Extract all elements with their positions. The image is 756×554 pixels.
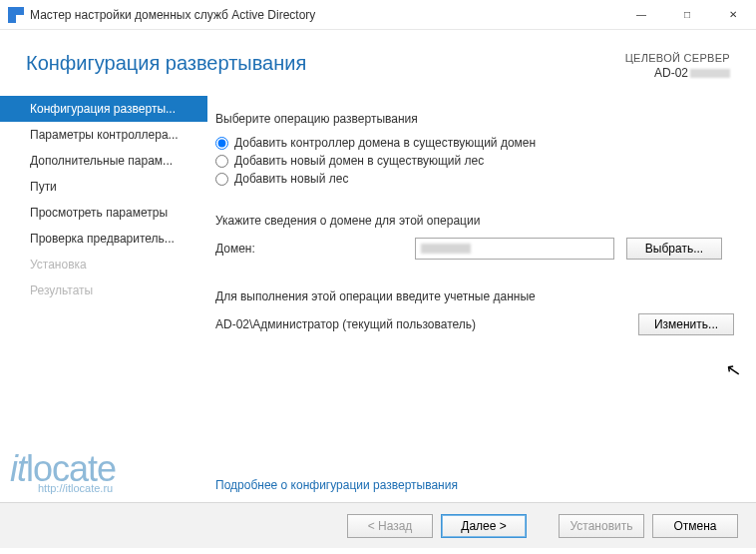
- current-account: AD-02\Администратор (текущий пользовател…: [215, 317, 626, 331]
- select-domain-button[interactable]: Выбрать...: [626, 238, 722, 260]
- back-button: < Назад: [347, 514, 433, 538]
- sidebar-item-additional-options[interactable]: Дополнительные парам...: [0, 148, 207, 174]
- window-controls: — □ ✕: [618, 0, 756, 30]
- app-icon: [8, 7, 24, 23]
- page-title: Конфигурация развертывания: [26, 52, 306, 75]
- install-button: Установить: [559, 514, 644, 538]
- page-header: Конфигурация развертывания ЦЕЛЕВОЙ СЕРВЕ…: [0, 30, 756, 90]
- sidebar-item-review-options[interactable]: Просмотреть параметры: [0, 200, 207, 226]
- wizard-footer: < Назад Далее > Установить Отмена: [0, 502, 756, 548]
- radio-label: Добавить новый домен в существующий лес: [234, 154, 484, 168]
- titlebar: Мастер настройки доменных служб Active D…: [0, 0, 756, 30]
- sidebar-item-paths[interactable]: Пути: [0, 174, 207, 200]
- wizard-content: Выберите операцию развертывания Добавить…: [207, 90, 756, 502]
- sidebar-item-prereq-check[interactable]: Проверка предваритель...: [0, 226, 207, 252]
- window-title: Мастер настройки доменных служб Active D…: [30, 8, 618, 22]
- maximize-button[interactable]: □: [664, 0, 710, 30]
- domain-field-label: Домен:: [215, 242, 415, 256]
- radio-label: Добавить контроллер домена в существующи…: [234, 136, 536, 150]
- radio-add-new-forest[interactable]: Добавить новый лес: [215, 172, 734, 186]
- domain-field-row: Домен: Выбрать...: [215, 238, 734, 260]
- target-server-name: AD-02: [625, 66, 730, 80]
- radio-add-dc-existing-domain[interactable]: Добавить контроллер домена в существующи…: [215, 136, 734, 150]
- radio-label: Добавить новый лес: [234, 172, 348, 186]
- target-server-block: ЦЕЛЕВОЙ СЕРВЕР AD-02: [625, 52, 730, 80]
- operation-section-label: Выберите операцию развертывания: [215, 112, 734, 126]
- wizard-sidebar: Конфигурация разверты... Параметры контр…: [0, 90, 207, 502]
- mouse-cursor-icon: ↖: [724, 358, 743, 382]
- sidebar-item-installation: Установка: [0, 252, 207, 277]
- sidebar-item-results: Результаты: [0, 277, 207, 303]
- sidebar-item-deployment-config[interactable]: Конфигурация разверты...: [0, 96, 207, 122]
- radio-input-new-forest[interactable]: [215, 173, 228, 186]
- close-button[interactable]: ✕: [710, 0, 756, 30]
- domain-section-label: Укажите сведения о домене для этой опера…: [215, 214, 734, 228]
- radio-input-add-dc[interactable]: [215, 137, 228, 150]
- radio-add-domain-existing-forest[interactable]: Добавить новый домен в существующий лес: [215, 154, 734, 168]
- credentials-section-label: Для выполнения этой операции введите уче…: [215, 289, 734, 303]
- next-button[interactable]: Далее >: [441, 514, 527, 538]
- credentials-row: AD-02\Администратор (текущий пользовател…: [215, 313, 734, 335]
- target-server-label: ЦЕЛЕВОЙ СЕРВЕР: [625, 52, 730, 64]
- minimize-button[interactable]: —: [618, 0, 664, 30]
- radio-input-add-domain[interactable]: [215, 155, 228, 168]
- more-info-link[interactable]: Подробнее о конфигурации развертывания: [215, 478, 458, 492]
- change-credentials-button[interactable]: Изменить...: [638, 313, 734, 335]
- sidebar-item-dc-options[interactable]: Параметры контроллера...: [0, 122, 207, 148]
- cancel-button[interactable]: Отмена: [652, 514, 738, 538]
